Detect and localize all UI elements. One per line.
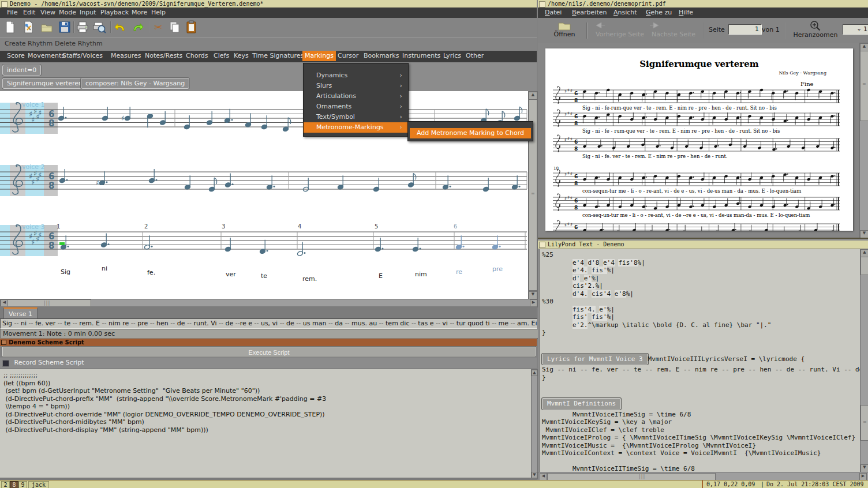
- menu-bearbeiten[interactable]: Bearbeiten: [570, 7, 609, 18]
- menu-view[interactable]: View: [38, 7, 58, 18]
- lilypond-text-editor[interactable]: %25 e'4 d'8 e'4 fis'8%| e'4. fis'%| d' e…: [539, 249, 862, 474]
- composer-button[interactable]: composer: Nils Gey - Wargsang: [81, 78, 189, 89]
- script-line: \\tempo 4 = " bpm)): [3, 403, 534, 411]
- menu-ansicht[interactable]: Ansicht: [611, 7, 639, 18]
- delete-rhythm-button[interactable]: Delete Rhythm: [55, 37, 103, 50]
- cut-icon[interactable]: ✂: [151, 20, 165, 34]
- chevron-down-icon[interactable]: ⌄: [856, 25, 862, 32]
- svg-text:♯: ♯: [570, 196, 573, 201]
- svg-text:1: 1: [57, 223, 60, 230]
- lilypond-section-button-mvmnti-definitions[interactable]: MvmntI Definitions: [542, 398, 621, 410]
- scroll-down-icon[interactable]: ▼: [860, 230, 868, 238]
- add-metronome-marking-menuitem[interactable]: Add Metronome Marking to Chord: [410, 128, 531, 138]
- menuitem-dynamics[interactable]: Dynamics›: [304, 70, 408, 81]
- menu-file[interactable]: File: [5, 7, 20, 18]
- lilypond-section-button-lyrics-for-mvmnti-voice-3[interactable]: Lyrics for MvmntI Voice 3: [542, 354, 648, 365]
- menu-notes-rests[interactable]: Notes/Rests: [143, 51, 185, 61]
- execute-script-button[interactable]: Execute Script: [2, 347, 536, 356]
- menu-bookmarks[interactable]: Bookmarks: [361, 51, 401, 61]
- scrollbar-thumb[interactable]: [860, 257, 868, 275]
- svg-text:8: 8: [48, 241, 54, 251]
- create-rhythm-button[interactable]: Create Rhythm: [5, 37, 53, 50]
- svg-text:8: 8: [574, 181, 578, 186]
- menu-chords[interactable]: Chords: [184, 51, 210, 61]
- svg-text:♯: ♯: [96, 179, 99, 187]
- menu-gehe-zu[interactable]: Gehe zu: [643, 7, 674, 18]
- scroll-down-icon[interactable]: ▼: [860, 464, 868, 472]
- pdf-view-area[interactable]: Signiferumque verterem Nils Gey - Wargsa…: [538, 43, 859, 238]
- print-icon[interactable]: [76, 20, 89, 34]
- menu-cursor[interactable]: Cursor: [335, 51, 361, 61]
- menu-playback[interactable]: Playback: [98, 7, 131, 18]
- scrollbar-thumb[interactable]: ≡: [860, 51, 868, 121]
- svg-text:3: 3: [222, 223, 225, 230]
- menu-score[interactable]: Score: [5, 51, 27, 61]
- menu-measures[interactable]: Measures: [108, 51, 143, 61]
- lilypond-line: fis'4. e'%|: [542, 306, 862, 314]
- previous-page-button[interactable]: Vorherige Seite: [593, 20, 646, 38]
- menu-lyrics[interactable]: Lyrics: [441, 51, 463, 61]
- menu-keys[interactable]: Keys: [231, 51, 251, 61]
- record-checkbox[interactable]: [2, 360, 9, 367]
- menu-edit[interactable]: Edit: [21, 7, 38, 18]
- svg-text:♯: ♯: [567, 222, 570, 227]
- workspace-button-2[interactable]: 2: [1, 481, 10, 488]
- menuitem-metronome-markings[interactable]: Metronome-Markings›: [304, 122, 408, 133]
- document-tools-icon[interactable]: [21, 20, 35, 34]
- menuitem-slurs[interactable]: Slurs›: [304, 81, 408, 91]
- zoom-in-button[interactable]: Heranzoomen: [791, 20, 840, 39]
- zoom-value-input[interactable]: 115: [843, 24, 868, 35]
- print-preview-icon[interactable]: [92, 20, 106, 34]
- pdf-titlebar[interactable]: /home/nils/.denemo/denemoprint.pdf: [538, 0, 868, 7]
- title-button[interactable]: Signiferumque verterem: [2, 78, 89, 89]
- menu-clefs[interactable]: Clefs: [211, 51, 231, 61]
- menu-markings[interactable]: Markings: [302, 51, 336, 61]
- svg-text:♯: ♯: [567, 136, 570, 141]
- denemo-titlebar[interactable]: Denemo - /home/nils/wacost-svn/denemo/20…: [0, 0, 537, 7]
- paste-icon[interactable]: [185, 20, 199, 34]
- open-folder-icon[interactable]: [40, 20, 54, 34]
- script-vscrollbar[interactable]: ▲ ▼: [531, 369, 538, 479]
- workspace-button-9[interactable]: 9: [18, 481, 27, 488]
- menu-input[interactable]: Input: [77, 7, 98, 18]
- menu-time-signatures[interactable]: Time Signatures: [250, 51, 306, 61]
- next-page-button[interactable]: Nächste Seite: [649, 20, 698, 38]
- redo-icon[interactable]: [131, 20, 145, 34]
- undo-icon[interactable]: [113, 20, 127, 34]
- pdf-vscrollbar[interactable]: ▲ ≡ ▼: [859, 43, 868, 239]
- copy-icon[interactable]: [168, 20, 182, 34]
- denemo-toolbar: ✂: [0, 18, 537, 37]
- menu-datei[interactable]: Datei: [542, 7, 564, 18]
- menu-more[interactable]: More: [129, 7, 149, 18]
- new-document-icon[interactable]: [3, 20, 17, 34]
- menu-mode[interactable]: Mode: [57, 7, 78, 18]
- scroll-down-icon[interactable]: ▼: [529, 291, 537, 299]
- scroll-up-icon[interactable]: ▲: [860, 43, 868, 51]
- svg-text:4: 4: [298, 223, 301, 230]
- menuitem-text-symbol[interactable]: Text/Symbol›: [304, 112, 408, 122]
- menu-staffs-voices[interactable]: Staffs/Voices: [60, 51, 105, 61]
- menu-other[interactable]: Other: [463, 51, 486, 61]
- menuitem-articulations[interactable]: Articulations›: [304, 91, 408, 102]
- menu-help[interactable]: Help: [149, 7, 168, 18]
- toolbar-separator: [73, 21, 74, 33]
- menu-instruments[interactable]: Instruments: [400, 51, 443, 61]
- page-number-input[interactable]: 1: [728, 24, 762, 35]
- svg-text:ni: ni: [102, 265, 107, 272]
- open-button[interactable]: Öffnen: [548, 20, 581, 38]
- scroll-up-icon[interactable]: ▲: [529, 92, 537, 100]
- system-load: 0,17 0,22 0,09: [706, 481, 755, 487]
- menuitem-ornaments[interactable]: Ornaments›: [304, 102, 408, 112]
- save-icon[interactable]: [58, 20, 72, 34]
- scroll-up-icon[interactable]: ▲: [860, 249, 868, 257]
- workspace-button-8[interactable]: 8: [10, 481, 18, 488]
- indent-button[interactable]: indent=0: [2, 65, 41, 76]
- verse-text-field[interactable]: Sig -- ni -- fe. ver -- te -- rem. E -- …: [0, 318, 537, 329]
- menu-hilfe[interactable]: Hilfe: [676, 7, 695, 18]
- lilypond-vscrollbar[interactable]: ▲ ≡ ▼: [860, 249, 868, 473]
- scroll-up-icon[interactable]: ▲: [532, 370, 537, 376]
- scheme-script-header[interactable]: Denemo Scheme Script: [0, 339, 537, 346]
- scheme-script-editor[interactable]: ;; ;;;;;;;;;;;;;(let ((bpm 60)) (set! bp…: [0, 369, 534, 480]
- lilypond-titlebar[interactable]: LilyPond Text - Denemo: [538, 241, 868, 249]
- taskbar-app-jack[interactable]: jack: [28, 481, 49, 488]
